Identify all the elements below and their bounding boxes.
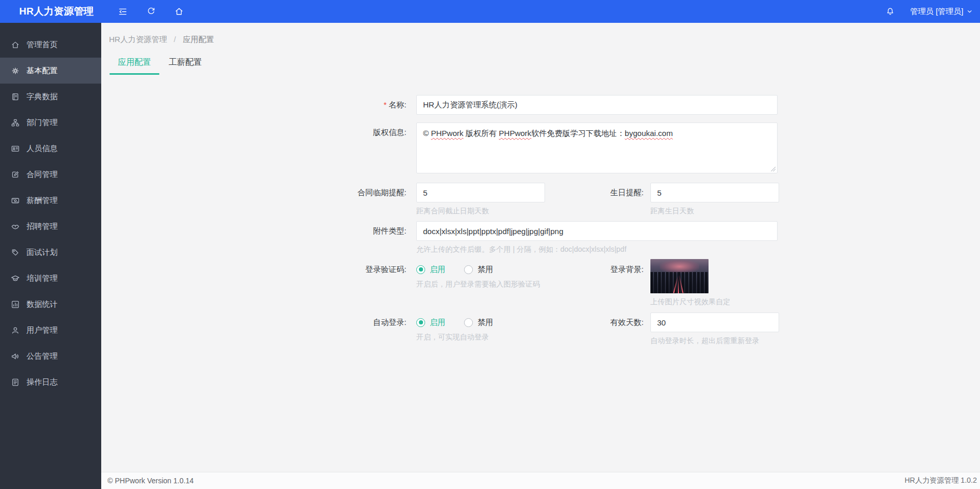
- interview-icon: [11, 248, 20, 257]
- auto-login-disable-label[interactable]: 禁用: [478, 318, 493, 328]
- tab-bar: 应用配置 工薪配置: [109, 52, 980, 75]
- auto-login-enable-label[interactable]: 启用: [430, 318, 445, 328]
- sidebar-item-label: 公告管理: [26, 351, 58, 361]
- row-reminders: 合同临期提醒: 距离合同截止日期天数 生日提醒: 距离生日天数: [101, 183, 980, 215]
- row-captcha: 登录验证码: 启用 禁用 开启后，用户登录需要输入图形验证码 登录背景:: [101, 264, 980, 306]
- auto-login-help: 开启，可实现自动登录: [416, 332, 545, 342]
- idcard-icon: [11, 144, 20, 153]
- gear-icon: [11, 66, 20, 75]
- sidebar: 管理首页 基本配置 字典数据 部门管理 人员信息 合同管理 薪酬管理 招聘管理 …: [0, 23, 101, 489]
- sidebar-item-recruitment[interactable]: 招聘管理: [0, 213, 101, 239]
- valid-days-help: 自动登录时长，超出后需重新登录: [650, 336, 779, 345]
- sidebar-item-label: 数据统计: [26, 300, 58, 309]
- attachment-types-label: 附件类型:: [101, 221, 406, 241]
- sidebar-item-label: 用户管理: [26, 325, 58, 335]
- misspelled-word: bygoukai.com: [625, 129, 673, 138]
- auto-login-disable-radio[interactable]: [464, 318, 473, 327]
- captcha-label: 登录验证码:: [101, 264, 406, 275]
- user-icon: [11, 326, 20, 335]
- sidebar-item-label: 字典数据: [26, 92, 58, 102]
- footer: © PHPwork Version 1.0.14 HR人力资源管理 1.0.2: [101, 472, 980, 489]
- captcha-enable-radio[interactable]: [416, 265, 425, 274]
- log-icon: [11, 378, 20, 387]
- login-background-image[interactable]: [650, 259, 709, 293]
- contract-reminder-input[interactable]: [416, 183, 545, 202]
- handshake-icon: [11, 222, 20, 231]
- collapse-menu-icon[interactable]: [116, 4, 130, 19]
- copyright-text: © PHPwork 版权所有 PHPwork软件免费版学习下载地址：bygouk…: [423, 128, 771, 139]
- valid-days-label: 有效天数:: [545, 317, 644, 328]
- breadcrumb-current: 应用配置: [183, 35, 214, 44]
- login-background-help: 上传图片尺寸视效果自定: [650, 297, 779, 306]
- sidebar-item-label: 招聘管理: [26, 222, 58, 232]
- user-menu[interactable]: 管理员 [管理员]: [910, 7, 973, 17]
- topbar-actions: [116, 4, 186, 19]
- sidebar-item-department[interactable]: 部门管理: [0, 110, 101, 135]
- name-input[interactable]: [416, 95, 778, 115]
- money-icon: [11, 196, 20, 205]
- required-asterisk: *: [384, 100, 387, 109]
- sidebar-item-training[interactable]: 培训管理: [0, 265, 101, 291]
- birthday-reminder-help: 距离生日天数: [650, 206, 779, 215]
- copyright-textarea[interactable]: © PHPwork 版权所有 PHPwork软件免费版学习下载地址：bygouk…: [416, 123, 778, 173]
- auto-login-label: 自动登录:: [101, 317, 406, 328]
- notification-bell-icon[interactable]: [883, 4, 897, 19]
- app-title: HR人力资源管理: [19, 5, 94, 18]
- home-icon: [11, 40, 20, 49]
- attachment-types-help: 允许上传的文件后缀。多个用 | 分隔，例如：doc|docx|xlsx|xls|…: [416, 244, 778, 254]
- sidebar-item-dictionary[interactable]: 字典数据: [0, 84, 101, 110]
- chevron-down-icon: [966, 8, 973, 15]
- sidebar-item-personnel[interactable]: 人员信息: [0, 135, 101, 161]
- captcha-enable-label[interactable]: 启用: [430, 265, 445, 275]
- login-background-label: 登录背景:: [545, 264, 644, 275]
- tab-salary-config[interactable]: 工薪配置: [160, 52, 211, 75]
- sidebar-item-logs[interactable]: 操作日志: [0, 369, 101, 395]
- misspelled-word: PHPwork: [499, 129, 532, 138]
- training-icon: [11, 274, 20, 283]
- breadcrumb-root[interactable]: HR人力资源管理: [109, 35, 167, 44]
- sidebar-item-statistics[interactable]: 数据统计: [0, 291, 101, 317]
- row-attachment-types: 附件类型: 允许上传的文件后缀。多个用 | 分隔，例如：doc|docx|xls…: [101, 221, 980, 254]
- row-copyright: 版权信息: © PHPwork 版权所有 PHPwork软件免费版学习下载地址：…: [101, 123, 980, 173]
- auto-login-radio-group: 启用 禁用: [416, 317, 545, 328]
- sidebar-item-users[interactable]: 用户管理: [0, 317, 101, 343]
- city-light-streak: [678, 279, 679, 293]
- contract-icon: [11, 170, 20, 179]
- sidebar-item-contract[interactable]: 合同管理: [0, 161, 101, 187]
- contract-reminder-label: 合同临期提醒:: [101, 183, 406, 202]
- topbar: HR人力资源管理 管理员 [管理员]: [0, 0, 980, 23]
- book-icon: [11, 92, 20, 101]
- valid-days-input[interactable]: [650, 313, 779, 332]
- sidebar-item-label: 面试计划: [26, 248, 58, 257]
- sidebar-item-label: 管理首页: [26, 40, 58, 50]
- sidebar-item-salary[interactable]: 薪酬管理: [0, 187, 101, 213]
- sidebar-item-dashboard[interactable]: 管理首页: [0, 32, 101, 58]
- footer-version: © PHPwork Version 1.0.14: [107, 477, 194, 485]
- captcha-disable-label[interactable]: 禁用: [478, 265, 493, 275]
- sidebar-item-label: 基本配置: [26, 66, 58, 76]
- birthday-reminder-input[interactable]: [650, 183, 779, 202]
- misspelled-word: PHPwork: [431, 129, 464, 138]
- chart-icon: [11, 300, 20, 309]
- sidebar-item-label: 合同管理: [26, 170, 58, 180]
- sidebar-item-basic-config[interactable]: 基本配置: [0, 58, 101, 84]
- captcha-disable-radio[interactable]: [464, 265, 473, 274]
- auto-login-enable-radio[interactable]: [416, 318, 425, 327]
- footer-app-version: HR人力资源管理 1.0.2: [905, 476, 977, 485]
- name-label: *名称:: [101, 95, 406, 115]
- row-auto-login: 自动登录: 启用 禁用 开启，可实现自动登录 有效天数: 自动登录时长，超出后需…: [101, 317, 980, 345]
- sidebar-item-label: 人员信息: [26, 144, 58, 154]
- refresh-icon[interactable]: [144, 4, 158, 19]
- sidebar-item-label: 培训管理: [26, 274, 58, 283]
- captcha-radio-group: 启用 禁用: [416, 264, 545, 275]
- home-icon[interactable]: [172, 4, 186, 19]
- tab-app-config[interactable]: 应用配置: [109, 52, 160, 75]
- breadcrumb-separator: /: [174, 35, 176, 44]
- sidebar-item-label: 薪酬管理: [26, 196, 58, 206]
- resize-handle-icon[interactable]: [770, 166, 776, 172]
- attachment-types-input[interactable]: [416, 221, 778, 241]
- sidebar-item-announcement[interactable]: 公告管理: [0, 343, 101, 369]
- row-name: *名称:: [101, 95, 980, 115]
- user-name: 管理员 [管理员]: [910, 7, 963, 17]
- sidebar-item-interview[interactable]: 面试计划: [0, 239, 101, 265]
